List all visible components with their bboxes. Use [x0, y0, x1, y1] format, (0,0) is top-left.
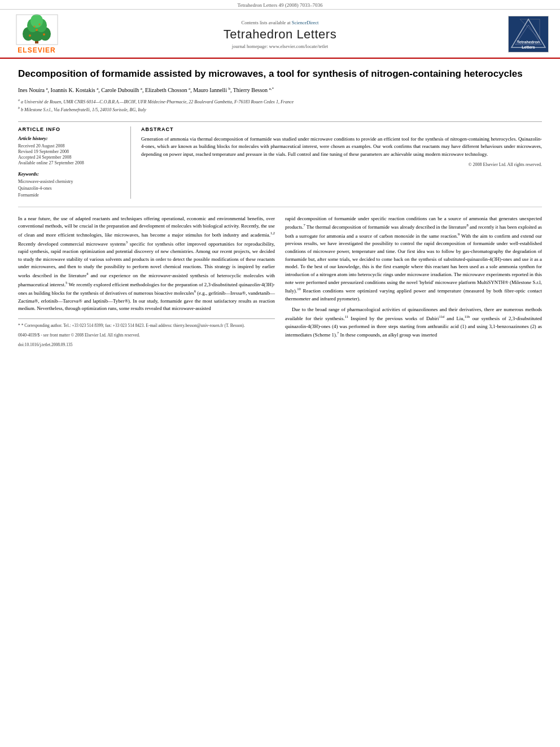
section-divider: [18, 207, 542, 207]
svg-point-9: [33, 26, 35, 28]
svg-point-6: [30, 14, 43, 28]
svg-text:Letters: Letters: [522, 45, 535, 49]
article-meta-row: ARTICLE INFO Article history: Received 2…: [18, 121, 542, 199]
article-info-column: ARTICLE INFO Article history: Received 2…: [18, 126, 131, 199]
elsevier-wordmark: ELSEVIER: [18, 46, 55, 54]
elsevier-tree-icon: [16, 14, 58, 45]
article-history-label: Article history:: [18, 136, 124, 141]
article-title: Decomposition of formamide assisted by m…: [18, 68, 542, 80]
tl-logo-area: Tetrahedron Letters: [498, 16, 549, 53]
copyright-line: © 2008 Elsevier Ltd. All rights reserved…: [141, 162, 542, 167]
keyword-3: Formamide: [18, 192, 124, 199]
authors-line: Ines Nouira a, Ioannis K. Kostakis a, Ca…: [18, 86, 542, 94]
keyword-1: Microwave-assisted chemistry: [18, 178, 124, 185]
svg-point-7: [29, 34, 31, 37]
affiliations: a a Université de Rouen, UMR CNRS 6014—C…: [18, 98, 542, 113]
svg-point-8: [43, 33, 45, 36]
keywords-label: Keywords:: [18, 171, 124, 177]
body-right-column: rapid decomposition of formamide under s…: [285, 215, 542, 348]
journal-citation: Tetrahedron Letters 49 (2008) 7033–7036: [238, 2, 323, 8]
affiliation-a: a a Université de Rouen, UMR CNRS 6014—C…: [18, 98, 542, 106]
journal-citation-bar: Tetrahedron Letters 49 (2008) 7033–7036: [0, 0, 560, 10]
corresponding-author-note: * * Corresponding author. Tel.: +33 023 …: [18, 322, 275, 329]
tl-logo-graphic: Tetrahedron Letters: [509, 16, 548, 52]
keyword-2: Quinazolin-4-ones: [18, 185, 124, 192]
elsevier-logo-area: ELSEVIER: [11, 14, 62, 54]
abstract-text: Generation of ammonia via thermal decomp…: [141, 136, 542, 159]
body-right-para-2: Due to the broad range of pharmacologica…: [285, 306, 542, 339]
authors-text: Ines Nouira a, Ioannis K. Kostakis a, Ca…: [18, 87, 274, 93]
body-columns: In a near future, the use of adapted rea…: [18, 215, 542, 348]
footnotes: * * Corresponding author. Tel.: +33 023 …: [18, 318, 275, 348]
issn-line: 0040-4039/$ - see front matter © 2008 El…: [18, 332, 275, 338]
body-right-para-1: rapid decomposition of formamide under s…: [285, 215, 542, 303]
doi-line: doi:10.1016/j.tetlet.2008.09.135: [18, 342, 275, 348]
received-date: Received 20 August 2008: [18, 143, 124, 148]
journal-title-area: Contents lists available at ScienceDirec…: [62, 20, 498, 49]
svg-text:Tetrahedron: Tetrahedron: [517, 40, 540, 44]
tl-logo-box: Tetrahedron Letters: [508, 16, 549, 53]
journal-homepage: journal homepage: www.elsevier.com/locat…: [62, 43, 498, 49]
accepted-date: Accepted 24 September 2008: [18, 155, 124, 160]
journal-title: Tetrahedron Letters: [62, 27, 498, 42]
article-info-label: ARTICLE INFO: [18, 126, 124, 132]
sciencedirect-line: Contents lists available at ScienceDirec…: [62, 20, 498, 25]
abstract-column: ABSTRACT Generation of ammonia via therm…: [141, 126, 542, 199]
svg-point-10: [38, 24, 40, 25]
article-content: Decomposition of formamide assisted by m…: [0, 59, 560, 360]
affiliation-b: b b Milestone S.r.l., Via Fatebenefratel…: [18, 106, 542, 113]
revised-date: Revised 19 September 2008: [18, 149, 124, 154]
page: Tetrahedron Letters 49 (2008) 7033–7036: [0, 0, 560, 747]
sciencedirect-link[interactable]: ScienceDirect: [292, 20, 319, 25]
available-date: Available online 27 September 2008: [18, 160, 124, 165]
journal-header: ELSEVIER Contents lists available at Sci…: [0, 10, 560, 59]
abstract-label: ABSTRACT: [141, 126, 542, 132]
body-left-para-1: In a near future, the use of adapted rea…: [18, 215, 275, 313]
svg-point-11: [36, 29, 38, 31]
body-left-column: In a near future, the use of adapted rea…: [18, 215, 275, 348]
